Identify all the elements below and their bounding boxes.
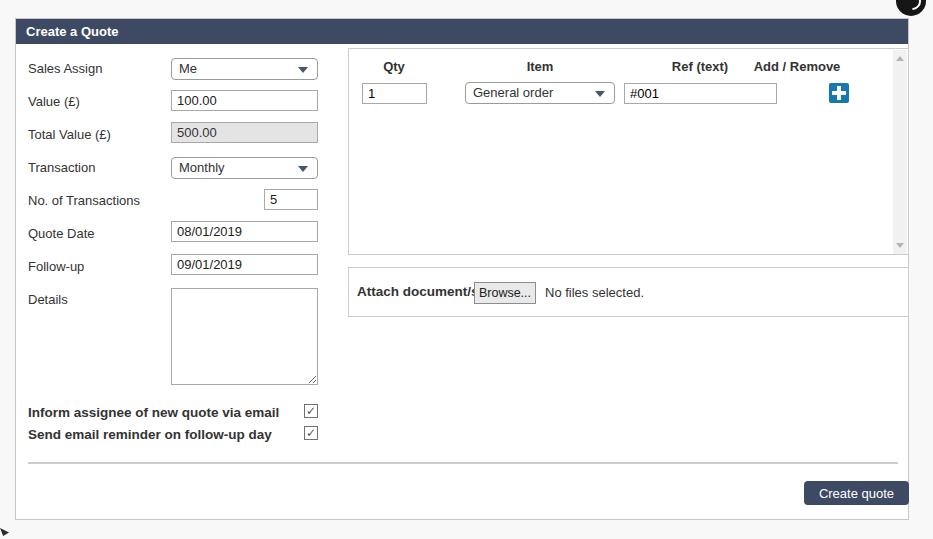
inform-assignee-label: Inform assignee of new quote via email [28, 405, 279, 420]
attach-label: Attach document/s: [357, 284, 483, 299]
transaction-label: Transaction [28, 160, 95, 175]
chevron-down-icon [298, 166, 308, 172]
item-qty-input[interactable] [362, 83, 427, 104]
value-label: Value (£) [28, 94, 80, 109]
item-select[interactable]: General order [465, 82, 615, 104]
sales-assign-selected-value: Me [179, 61, 197, 76]
inform-assignee-checkbox[interactable]: ✓ [304, 404, 318, 418]
value-input[interactable] [171, 90, 318, 111]
footer-divider [28, 462, 898, 464]
transaction-select[interactable]: Monthly [171, 157, 318, 179]
total-value-input [171, 122, 318, 143]
checkmark-icon: ✓ [306, 404, 316, 418]
items-panel: Qty Item Ref (text) Add / Remove General… [348, 48, 909, 255]
details-textarea[interactable] [171, 288, 318, 385]
quote-date-label: Quote Date [28, 226, 95, 241]
sales-assign-select[interactable]: Me [171, 58, 318, 80]
chevron-down-icon [595, 91, 605, 97]
create-quote-button[interactable]: Create quote [804, 481, 909, 505]
attach-status-text: No files selected. [545, 285, 644, 300]
item-ref-input[interactable] [624, 83, 777, 104]
num-transactions-label: No. of Transactions [28, 193, 140, 208]
total-value-label: Total Value (£) [28, 127, 111, 142]
transaction-selected-value: Monthly [179, 160, 225, 175]
item-selected-value: General order [473, 85, 553, 100]
details-label: Details [28, 292, 68, 307]
follow-up-label: Follow-up [28, 259, 84, 274]
add-remove-header: Add / Remove [737, 59, 857, 74]
attach-panel: Attach document/s: Browse... No files se… [348, 267, 909, 317]
send-reminder-checkbox[interactable]: ✓ [304, 426, 318, 440]
scroll-up-icon[interactable] [896, 56, 904, 61]
item-header: Item [480, 59, 600, 74]
corner-circle-icon[interactable] [896, 0, 926, 16]
add-item-button[interactable] [829, 83, 849, 103]
send-reminder-label: Send email reminder on follow-up day [28, 427, 272, 442]
dialog-titlebar: Create a Quote [16, 19, 908, 44]
chevron-down-icon [298, 67, 308, 73]
items-scrollbar[interactable] [893, 50, 907, 254]
create-quote-dialog: Create a Quote Sales Assign Value (£) To… [15, 18, 909, 520]
checkmark-icon: ✓ [306, 426, 316, 440]
qty-header: Qty [364, 59, 424, 74]
sales-assign-label: Sales Assign [28, 61, 102, 76]
scroll-down-icon[interactable] [896, 243, 904, 248]
mouse-cursor [0, 528, 9, 536]
quote-date-input[interactable] [171, 221, 318, 242]
num-transactions-input[interactable] [264, 189, 318, 210]
browse-button[interactable]: Browse... [474, 282, 536, 304]
follow-up-input[interactable] [171, 254, 318, 275]
dialog-title: Create a Quote [26, 24, 118, 39]
